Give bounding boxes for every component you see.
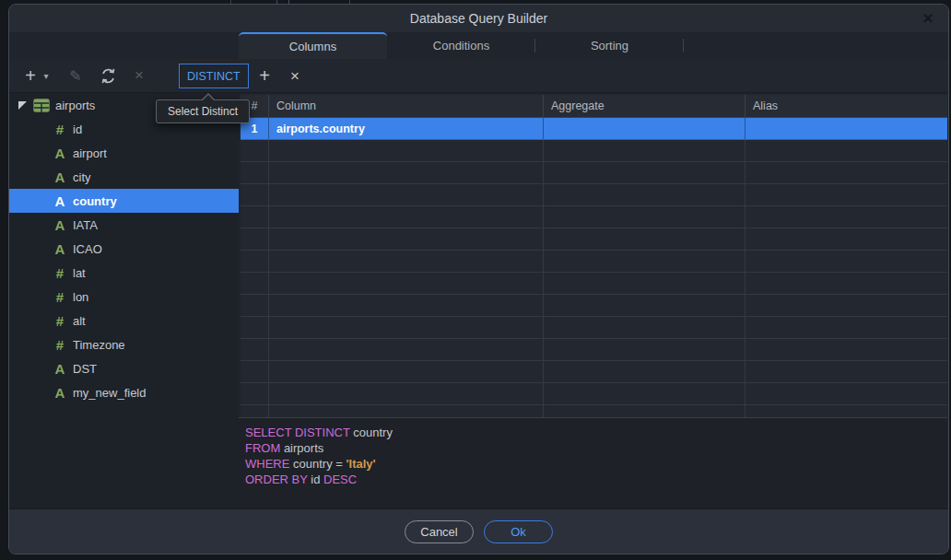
result-row[interactable]: 1airports.country — [241, 118, 947, 140]
sql-preview: SELECT DISTINCT countryFROM airportsWHER… — [239, 417, 947, 510]
field-name: Timezone — [73, 338, 125, 352]
row-number-cell — [241, 251, 269, 272]
tab-columns[interactable]: Columns — [239, 32, 387, 59]
row-number-cell — [241, 273, 269, 294]
tree-item-city[interactable]: Acity — [9, 165, 239, 189]
sql-line: FROM airports — [245, 440, 947, 456]
field-name: city — [73, 170, 91, 184]
empty-row — [241, 206, 947, 228]
distinct-button[interactable]: DISTINCT — [179, 64, 249, 88]
column-header-aggregate: Aggregate — [544, 95, 746, 117]
sql-token-keyword: WHERE — [245, 457, 289, 471]
expand-arrow-icon[interactable] — [18, 101, 27, 110]
sql-token-keyword: SELECT DISTINCT — [245, 426, 350, 439]
empty-row — [241, 273, 947, 295]
source-toolbar: + ▾ ✎ × — [21, 59, 150, 92]
dialog-titlebar: Database Query Builder × — [9, 5, 948, 32]
column-cell — [269, 405, 544, 417]
tree-item-lat[interactable]: #lat — [9, 261, 239, 285]
aggregate-cell[interactable] — [544, 118, 746, 139]
ok-button[interactable]: Ok — [484, 520, 553, 543]
text-field-icon: A — [52, 146, 68, 161]
numeric-field-icon: # — [52, 122, 68, 137]
aggregate-cell — [544, 361, 746, 382]
edit-source-icon: ✎ — [64, 63, 88, 88]
field-name: lon — [73, 290, 88, 304]
empty-row — [241, 140, 947, 162]
remove-column-icon[interactable]: × — [282, 64, 308, 88]
column-cell[interactable]: airports.country — [269, 118, 544, 139]
sql-token-string: 'Italy' — [346, 457, 375, 471]
tree-item-DST[interactable]: ADST — [9, 356, 239, 380]
empty-row — [241, 184, 947, 206]
close-icon[interactable]: × — [917, 7, 939, 29]
aggregate-cell — [544, 228, 746, 250]
dialog-title: Database Query Builder — [410, 11, 547, 26]
field-name: airport — [73, 146, 107, 160]
column-cell — [269, 140, 544, 161]
empty-row — [241, 228, 947, 251]
sql-token-keyword: DESC — [323, 472, 357, 486]
sql-line: SELECT DISTINCT country — [245, 425, 947, 440]
tree-item-alt[interactable]: #alt — [9, 309, 239, 332]
text-field-icon: A — [52, 169, 68, 185]
aggregate-cell — [544, 339, 746, 360]
aggregate-cell — [544, 162, 746, 183]
numeric-field-icon: # — [52, 265, 68, 281]
columns-grid-header: #ColumnAggregateAlias — [241, 95, 947, 118]
tree-item-my_new_field[interactable]: Amy_new_field — [9, 380, 239, 404]
row-number-cell — [241, 140, 269, 161]
tree-item-IATA[interactable]: AIATA — [9, 213, 239, 237]
distinct-tooltip: Select Distinct — [156, 99, 250, 123]
aggregate-cell — [544, 206, 746, 228]
column-cell — [269, 383, 544, 404]
tree-item-Timezone[interactable]: #Timezone — [9, 332, 239, 356]
aggregate-cell — [544, 251, 746, 272]
field-name: id — [73, 122, 82, 136]
columns-grid-body: 1airports.country — [241, 118, 947, 417]
empty-row — [241, 295, 947, 317]
table-icon — [33, 99, 50, 112]
empty-row — [241, 405, 947, 417]
column-header-column: Column — [269, 95, 544, 117]
empty-row — [241, 162, 947, 184]
tooltip-text: Select Distinct — [168, 105, 238, 118]
table-name: airports — [55, 99, 95, 112]
tree-item-country[interactable]: Acountry — [9, 189, 239, 213]
column-cell — [269, 273, 544, 294]
field-name: alt — [73, 314, 86, 328]
row-number-cell — [241, 317, 269, 338]
row-number-cell — [241, 405, 269, 417]
sql-token-plain: airports — [280, 441, 323, 455]
remove-source-icon: × — [128, 63, 150, 88]
tab-sorting[interactable]: Sorting — [535, 32, 684, 59]
add-source-icon[interactable]: + — [21, 63, 40, 88]
field-name: lat — [73, 266, 86, 280]
empty-row — [241, 317, 947, 339]
text-field-icon: A — [52, 193, 68, 209]
aggregate-cell — [544, 140, 746, 161]
column-cell — [269, 228, 544, 250]
refresh-icon[interactable] — [95, 63, 121, 88]
aggregate-cell — [544, 317, 746, 338]
tree-item-airport[interactable]: Aairport — [9, 141, 239, 165]
cancel-button[interactable]: Cancel — [405, 520, 474, 543]
text-field-icon: A — [52, 361, 68, 377]
aggregate-cell — [544, 184, 746, 205]
aggregate-cell — [544, 383, 746, 404]
sql-token-plain: id — [308, 472, 323, 486]
columns-grid: #ColumnAggregateAlias 1airports.country — [241, 95, 947, 417]
tree-item-lon[interactable]: #lon — [9, 285, 239, 309]
add-source-dropdown-icon[interactable]: ▾ — [40, 63, 53, 88]
field-name: country — [73, 194, 117, 208]
tooltip-notch — [202, 95, 215, 101]
empty-row — [241, 383, 947, 405]
empty-row — [241, 251, 947, 273]
empty-row — [241, 339, 947, 361]
field-name: my_new_field — [73, 386, 147, 400]
tab-conditions[interactable]: Conditions — [387, 32, 535, 59]
add-column-icon[interactable]: + — [252, 64, 277, 88]
tree-item-ICAO[interactable]: AICAO — [9, 237, 239, 261]
tab-bar: ColumnsConditionsSorting — [239, 32, 948, 59]
column-cell — [269, 339, 544, 360]
